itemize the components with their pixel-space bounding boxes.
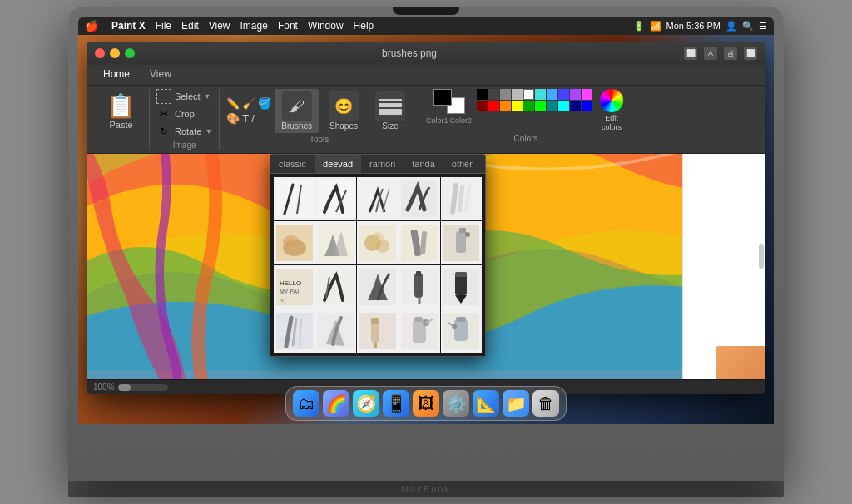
swatch[interactable] [570,101,581,111]
size-button[interactable]: Size [369,89,412,133]
window-menu[interactable]: Window [308,20,344,32]
brush-cell-10[interactable] [441,221,482,264]
swatch[interactable] [500,101,511,111]
fullscreen-icon[interactable]: ⬜ [684,47,697,60]
swatch[interactable] [535,89,546,100]
dock-siri[interactable]: 🌈 [323,390,349,417]
brush-cell-16[interactable] [274,309,315,353]
file-menu[interactable]: File [156,20,171,32]
color1-label: Color1 [426,116,448,125]
rotate-label[interactable]: Rotate [175,126,201,136]
macbook-bottom: MacBook [68,481,784,497]
brush-cell-8[interactable] [357,221,398,264]
brush-cell-19[interactable] [399,309,440,353]
color-wheel[interactable] [600,89,623,112]
ribbon-tabs: Home View [87,65,765,86]
line-icon[interactable]: / [251,112,255,125]
help-menu[interactable]: Help [354,20,374,32]
dock-safari[interactable]: 🧭 [353,390,379,417]
tab-ramon[interactable]: ramon [361,155,404,173]
dock-trash[interactable]: 🗑 [532,390,559,417]
tab-tanda[interactable]: tanda [404,155,443,173]
minimize-button[interactable] [110,48,120,58]
print-icon[interactable]: 🖨 [724,47,737,60]
dock-settings[interactable]: ⚙️ [443,390,469,417]
brush-cell-20[interactable] [441,309,482,353]
edit-colors-button[interactable]: Edit colors [597,114,626,132]
tab-view[interactable]: View [140,65,181,85]
swatch[interactable] [512,89,523,100]
dock-photos[interactable]: 🖼 [413,390,439,417]
shapes-button[interactable]: 😊 Shapes [322,89,365,133]
text-icon[interactable]: A [704,47,717,60]
swatch[interactable] [582,89,592,100]
scrollbar-thumb[interactable] [759,244,764,269]
brush-cell-5[interactable] [441,177,482,220]
dock-folder[interactable]: 📁 [503,390,529,417]
swatch[interactable] [558,101,569,111]
crop-label[interactable]: Crop [175,109,195,119]
swatch[interactable] [582,101,592,111]
app-name-menu[interactable]: Paint X [111,20,146,32]
swatch[interactable] [512,101,523,111]
brushes-button[interactable]: 🖌 Brushes [275,89,319,133]
view-menu[interactable]: View [209,20,230,32]
rotate-dropdown[interactable]: ▼ [205,127,212,136]
white-canvas-area[interactable] [682,154,765,379]
fill-icon[interactable]: 🪣 [258,97,271,110]
color1-box[interactable] [433,89,452,106]
ribbon-group-image: Select ▼ ✂ Crop [150,89,220,150]
brush-cell-7[interactable] [315,221,356,264]
brush-cell-6[interactable] [274,221,315,264]
select-dropdown[interactable]: ▼ [204,92,211,101]
zoom-slider[interactable] [118,384,168,391]
tab-other[interactable]: other [443,155,481,173]
image-menu[interactable]: Image [240,20,268,32]
svg-rect-33 [414,273,423,298]
brush-cell-3[interactable] [357,177,398,220]
apple-menu[interactable]: 🍎 [85,20,98,32]
brush-cell-12[interactable] [315,265,356,309]
select-label[interactable]: Select [175,91,201,101]
brush-cell-17[interactable] [315,309,356,353]
tab-deevad[interactable]: deevad [315,155,361,173]
text-tool-icon[interactable]: T [242,112,249,125]
swatch[interactable] [570,89,581,100]
share-icon[interactable]: ⬜ [744,47,757,60]
brush-cell-4[interactable] [399,177,440,220]
brush-cell-15[interactable] [441,265,482,309]
swatch[interactable] [488,101,499,111]
maximize-button[interactable] [125,48,135,58]
brush-cell-14[interactable] [399,265,440,309]
brush-cell-13[interactable] [357,265,398,309]
tab-home[interactable]: Home [93,65,140,85]
swatch[interactable] [477,101,488,111]
eraser-icon[interactable]: 🧹 [242,97,255,110]
edit-menu[interactable]: Edit [181,20,199,32]
swatch[interactable] [523,101,534,111]
dock-appstore[interactable]: 📱 [383,390,409,417]
close-button[interactable] [95,48,105,58]
swatch[interactable] [535,101,546,111]
swatch[interactable] [523,89,534,100]
paste-button[interactable]: 📋 Paste [100,89,142,133]
brush-cell-2[interactable] [315,177,356,220]
brush-cell-11[interactable]: HELLO MY PAI NT [274,265,315,309]
dock-finder[interactable]: 🗂 [293,390,320,417]
svg-text:MY PAI: MY PAI [280,289,299,294]
pencil-icon[interactable]: ✏️ [226,97,240,110]
swatch[interactable] [558,89,569,100]
brush-cell-1[interactable] [274,177,315,220]
tab-classic[interactable]: classic [270,155,315,173]
swatch[interactable] [547,89,557,100]
swatch[interactable] [547,101,557,111]
swatch[interactable] [488,89,499,100]
brush-cell-18[interactable] [357,309,398,353]
swatch[interactable] [500,89,511,100]
paint-icon[interactable]: 🎨 [226,112,240,125]
dock-xcode[interactable]: 📐 [473,390,499,417]
font-menu[interactable]: Font [278,20,298,32]
window-title: brushes.png [135,47,684,59]
brush-cell-9[interactable] [399,221,440,264]
swatch[interactable] [477,89,488,100]
